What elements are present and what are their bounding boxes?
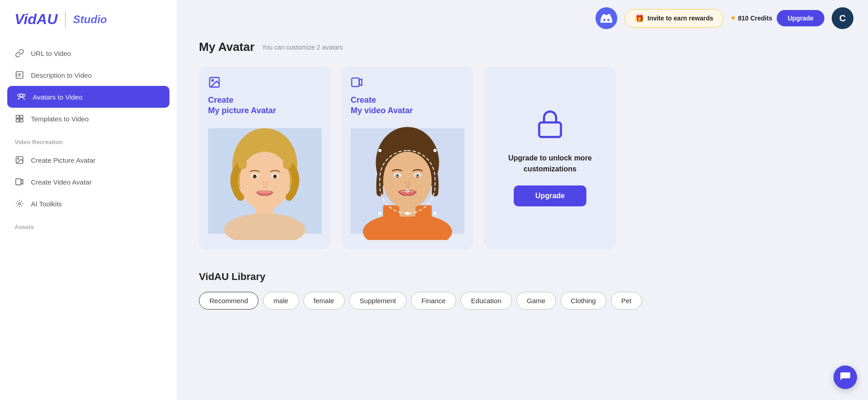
heart-icon: ♥ [731,14,735,22]
svg-point-4 [20,94,23,97]
discord-button[interactable] [595,7,617,29]
logo-divider [65,11,66,28]
sidebar-item-label: URL to Video [31,50,71,57]
filter-tags: RecommendmalefemaleSupplementFinanceEduc… [199,292,846,310]
svg-rect-28 [352,78,359,87]
picture-card-icon [208,76,322,91]
upgrade-lock-card[interactable]: Upgrade to unlock more customizations Up… [484,67,616,249]
filter-tag-recommend[interactable]: Recommend [199,292,258,310]
sidebar: VidAU Studio URL to Video [0,0,177,400]
svg-point-43 [433,149,436,152]
video-avatar-card[interactable]: Create My video Avatar [342,67,473,249]
svg-point-21 [240,151,290,210]
sidebar-item-avatars-to-video[interactable]: Avatars to Video [7,86,169,108]
svg-point-46 [406,212,409,215]
ai-toolkits-icon [15,199,25,208]
sidebar-item-ai-toolkits[interactable]: AI Toolkits [0,193,177,215]
svg-point-26 [254,175,256,177]
credits-badge: ♥ 810 Credits [731,14,772,22]
sidebar-item-label: Create Picture Avatar [31,156,95,164]
section-label-assets: Assets [0,215,177,234]
svg-point-16 [212,80,213,81]
video-card-icon [351,76,464,91]
upgrade-button[interactable]: Upgrade [777,10,824,26]
logo-area: VidAU Studio [0,11,177,42]
sidebar-item-description-to-video[interactable]: Description to Video [0,64,177,86]
picture-avatar-image [208,122,322,240]
library-title: VidAU Library [199,271,846,283]
svg-point-2 [17,75,18,75]
sidebar-item-url-to-video[interactable]: URL to Video [0,42,177,64]
svg-rect-50 [539,123,561,137]
user-avatar[interactable]: C [832,7,853,29]
sidebar-item-label: Avatars to Video [33,93,83,101]
svg-rect-10 [20,119,23,122]
svg-point-27 [274,175,276,177]
sidebar-item-label: AI Toolkits [31,200,62,208]
library-section: VidAU Library RecommendmalefemaleSupplem… [199,271,846,310]
sidebar-item-templates-to-video[interactable]: Templates to Video [0,108,177,130]
credits-label: 810 Credits [738,15,772,22]
page-area: My Avatar You can customize 2 avatars Cr… [177,36,868,400]
main-nav: URL to Video Description to Video [0,42,177,130]
lock-text: Upgrade to unlock more customizations [499,153,601,175]
picture-avatar-card[interactable]: Create My picture Avatar [199,67,331,249]
header: 🎁 Invite to earn rewards ♥ 810 Credits U… [177,0,868,36]
video-icon [15,177,25,186]
svg-rect-9 [16,119,20,122]
page-title-row: My Avatar You can customize 2 avatars [199,36,846,54]
lock-upgrade-button[interactable]: Upgrade [514,185,587,206]
filter-tag-supplement[interactable]: Supplement [349,292,407,310]
svg-point-34 [383,151,432,208]
filter-tag-clothing[interactable]: Clothing [560,292,606,310]
section-label-video-recreation: Video Recreation [0,130,177,149]
svg-point-3 [17,76,18,77]
avatar-cards: Create My picture Avatar [199,67,846,249]
picture-card-title: Create My picture Avatar [208,95,322,116]
svg-rect-13 [16,179,21,185]
sidebar-item-label: Description to Video [31,71,92,79]
svg-rect-8 [20,115,23,119]
main-content: 🎁 Invite to earn rewards ♥ 810 Credits U… [177,0,868,400]
avatars-icon [16,92,26,101]
invite-button[interactable]: 🎁 Invite to earn rewards [625,9,724,28]
filter-tag-game[interactable]: Game [516,292,556,310]
svg-point-12 [18,158,19,160]
credits-area: ♥ 810 Credits Upgrade [731,10,824,26]
video-avatar-image-area [351,122,464,240]
svg-point-44 [378,212,382,215]
invite-icon: 🎁 [635,14,644,23]
brand-logo: VidAU [15,11,58,28]
picture-icon [15,155,25,165]
svg-point-42 [378,149,382,152]
video-avatar-image [351,122,464,240]
video-card-title: Create My video Avatar [351,95,464,116]
invite-label: Invite to earn rewards [648,15,714,22]
filter-tag-male[interactable]: male [263,292,299,310]
svg-point-1 [17,74,18,75]
svg-point-14 [19,203,21,205]
sidebar-item-create-picture-avatar[interactable]: Create Picture Avatar [0,149,177,171]
lock-icon [536,109,565,144]
filter-tag-female[interactable]: female [303,292,345,310]
page-title: My Avatar [199,40,254,54]
svg-point-45 [433,212,436,215]
filter-tag-finance[interactable]: Finance [411,292,456,310]
filter-tag-pet[interactable]: Pet [611,292,642,310]
chat-button[interactable] [833,365,857,389]
templates-icon [15,114,25,123]
link-icon [15,49,25,58]
filter-tag-education[interactable]: Education [461,292,512,310]
svg-rect-7 [16,115,20,119]
sidebar-item-label: Create Video Avatar [31,178,92,186]
description-icon [15,70,25,80]
sidebar-item-create-video-avatar[interactable]: Create Video Avatar [0,171,177,193]
sidebar-item-label: Templates to Video [31,115,89,123]
picture-avatar-image-area [208,122,322,240]
studio-label: Studio [73,13,107,26]
page-subtitle: You can customize 2 avatars [262,44,342,51]
